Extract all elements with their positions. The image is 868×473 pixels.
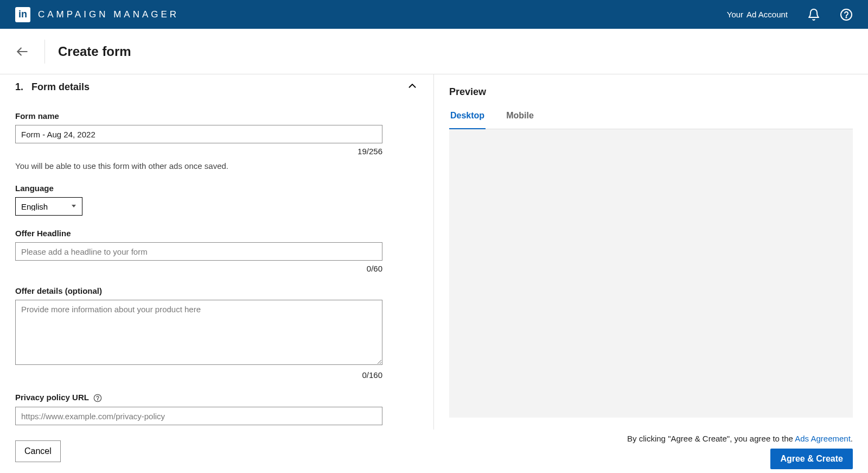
offer-headline-input[interactable] (15, 242, 382, 261)
topbar: in CAMPAIGN MANAGER Your Ad Account (0, 0, 868, 29)
help-icon (840, 8, 853, 21)
language-select[interactable]: English (15, 197, 82, 216)
account-link-text: Ad Account (746, 10, 788, 19)
language-label: Language (15, 184, 418, 193)
arrow-left-icon (15, 45, 29, 59)
svg-point-5 (97, 400, 98, 400)
offer-headline-label: Offer Headline (15, 229, 418, 238)
linkedin-logo: in (15, 7, 30, 22)
field-language: Language English (15, 184, 418, 216)
offer-details-counter: 0/160 (15, 370, 382, 380)
subheader: Create form (0, 29, 868, 74)
privacy-url-input[interactable] (15, 407, 382, 425)
notifications-button[interactable] (807, 8, 820, 21)
form-name-input[interactable] (15, 125, 382, 143)
section-index: 1. (15, 81, 23, 92)
page-title: Create form (58, 44, 131, 59)
svg-point-4 (94, 394, 101, 401)
collapse-section-button[interactable] (406, 80, 418, 94)
back-button[interactable] (15, 40, 45, 64)
form-pane: 1. Form details Form name 19/256 You wil… (0, 74, 434, 430)
privacy-url-label-text: Privacy policy URL (15, 393, 89, 402)
main-content: 1. Form details Form name 19/256 You wil… (0, 74, 868, 430)
form-name-helper: You will be able to use this form with o… (15, 161, 382, 171)
chevron-up-icon (406, 80, 418, 92)
field-form-name: Form name 19/256 You will be able to use… (15, 111, 418, 171)
preview-canvas (449, 129, 853, 418)
tab-mobile[interactable]: Mobile (505, 111, 535, 129)
privacy-help-button[interactable] (93, 394, 102, 402)
preview-pane: Preview Desktop Mobile (434, 74, 868, 430)
topbar-left: in CAMPAIGN MANAGER (15, 7, 179, 22)
brand-title: CAMPAIGN MANAGER (38, 9, 179, 20)
form-name-counter: 19/256 (15, 147, 382, 156)
ad-account-link[interactable]: Your Ad Account (727, 10, 788, 19)
bell-icon (807, 8, 820, 21)
field-privacy-url: Privacy policy URL 0/2,000 (15, 393, 418, 430)
help-circle-icon (93, 394, 102, 402)
preview-title: Preview (449, 86, 853, 98)
offer-details-label: Offer details (optional) (15, 286, 418, 295)
offer-details-textarea[interactable] (15, 300, 382, 365)
svg-point-0 (841, 9, 852, 20)
privacy-url-label: Privacy policy URL (15, 393, 418, 402)
section-header-form-details: 1. Form details (15, 80, 418, 98)
preview-tabbar: Desktop Mobile (449, 111, 853, 129)
language-select-wrap: English (15, 197, 82, 216)
svg-point-1 (846, 17, 846, 17)
form-name-label: Form name (15, 111, 418, 121)
section-name: Form details (31, 81, 90, 92)
field-offer-headline: Offer Headline 0/60 (15, 229, 418, 273)
help-button[interactable] (840, 8, 853, 21)
section-title: 1. Form details (15, 81, 90, 93)
field-offer-details: Offer details (optional) 0/160 (15, 286, 418, 380)
tab-desktop[interactable]: Desktop (449, 111, 486, 129)
offer-headline-counter: 0/60 (15, 264, 382, 273)
account-prefix: Your (727, 10, 743, 19)
topbar-right: Your Ad Account (727, 8, 853, 21)
